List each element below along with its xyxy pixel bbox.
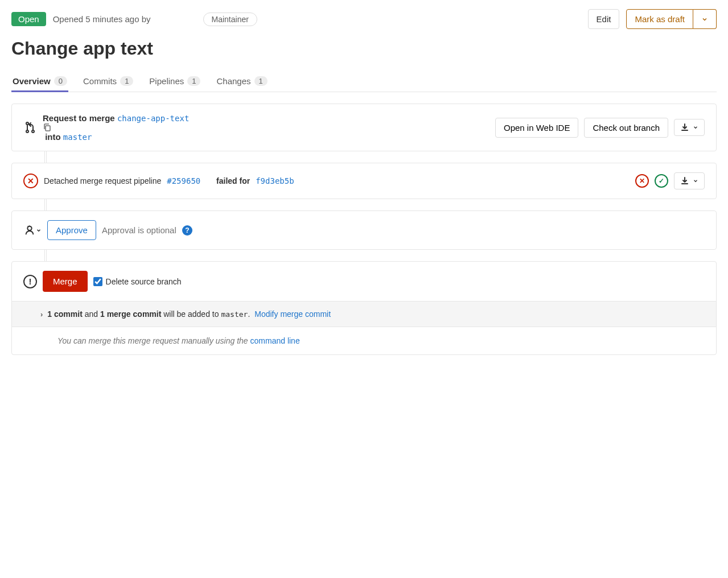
pipeline-download-dropdown[interactable] <box>674 172 705 189</box>
tab-count: 1 <box>254 76 268 86</box>
modify-merge-commit-link[interactable]: Modify merge commit <box>254 309 331 319</box>
status-badge-open: Open <box>11 12 46 26</box>
mr-tabs: Overview 0 Commits 1 Pipelines 1 Changes… <box>11 71 717 92</box>
pipeline-id-link[interactable]: #259650 <box>167 176 200 185</box>
tab-count: 1 <box>120 76 133 86</box>
draft-button-group: Mark as draft <box>626 9 717 29</box>
chevron-down-icon <box>701 16 708 23</box>
pipeline-failed-for-text: failed for <box>216 176 250 185</box>
tab-label: Commits <box>83 76 117 86</box>
download-dropdown-button[interactable] <box>674 119 705 136</box>
approval-panel: Approve Approval is optional ? <box>11 210 717 250</box>
mr-header: Open Opened 5 minutes ago by Maintainer … <box>11 9 717 29</box>
delete-source-branch-label[interactable]: Delete source branch <box>93 277 182 286</box>
tab-label: Changes <box>216 76 250 86</box>
approve-button[interactable]: Approve <box>47 220 96 240</box>
tab-count: 1 <box>187 76 200 86</box>
draft-dropdown-button[interactable] <box>693 9 717 29</box>
copy-branch-icon[interactable] <box>43 123 189 132</box>
tab-changes[interactable]: Changes 1 <box>215 71 268 92</box>
approver-icon[interactable] <box>23 224 42 237</box>
pipeline-failed-icon: ✕ <box>23 174 38 188</box>
stage-failed-icon[interactable]: ✕ <box>635 174 649 188</box>
warning-icon: ! <box>23 275 37 288</box>
tab-label: Pipelines <box>149 76 184 86</box>
help-icon[interactable]: ? <box>182 225 192 236</box>
source-branch-link[interactable]: change-app-text <box>117 114 189 123</box>
open-in-web-ide-button[interactable]: Open in Web IDE <box>495 118 578 138</box>
tab-pipelines[interactable]: Pipelines 1 <box>148 71 201 92</box>
tab-overview[interactable]: Overview 0 <box>11 71 68 92</box>
page-title: Change app text <box>11 38 717 59</box>
commit-summary-text: 1 commit and 1 merge commit will be adde… <box>47 309 250 319</box>
delete-source-branch-checkbox[interactable] <box>93 277 102 286</box>
commit-summary-row: › 1 commit and 1 merge commit will be ad… <box>12 301 716 327</box>
chevron-down-icon <box>693 125 698 130</box>
tab-label: Overview <box>13 76 51 86</box>
mark-as-draft-button[interactable]: Mark as draft <box>626 9 693 29</box>
merge-panel: ! Merge Delete source branch › 1 commit … <box>11 261 717 355</box>
panel-connector <box>44 199 47 210</box>
edit-button[interactable]: Edit <box>588 9 620 29</box>
checkout-branch-button[interactable]: Check out branch <box>584 118 668 138</box>
merge-request-icon <box>23 121 37 134</box>
opened-ago-text: Opened 5 minutes ago by <box>53 14 151 24</box>
pipeline-label: Detached merge request pipeline <box>44 176 161 185</box>
merge-button[interactable]: Merge <box>43 271 88 292</box>
tab-commits[interactable]: Commits 1 <box>82 71 134 92</box>
download-icon <box>680 123 689 132</box>
delete-source-branch-text: Delete source branch <box>106 277 182 286</box>
pipeline-commit-link[interactable]: f9d3eb5b <box>256 176 294 185</box>
merge-request-panel: Request to merge change-app-text into ma… <box>11 104 717 151</box>
chevron-right-icon[interactable]: › <box>40 310 43 319</box>
svg-rect-0 <box>46 126 50 131</box>
merge-request-text: Request to merge change-app-text into ma… <box>43 113 189 142</box>
tab-count: 0 <box>54 76 67 86</box>
role-badge-maintainer: Maintainer <box>203 13 257 26</box>
stage-passed-icon[interactable]: ✓ <box>655 174 668 188</box>
target-branch-link[interactable]: master <box>63 133 92 142</box>
manual-merge-row: You can merge this merge request manuall… <box>12 327 716 354</box>
approval-optional-text: Approval is optional <box>102 225 176 235</box>
pipeline-panel: ✕ Detached merge request pipeline #25965… <box>11 163 717 199</box>
command-line-link[interactable]: command line <box>250 336 300 345</box>
panel-connector <box>44 250 47 261</box>
chevron-down-icon <box>693 178 698 184</box>
download-icon <box>680 176 689 185</box>
panel-connector <box>44 151 47 163</box>
